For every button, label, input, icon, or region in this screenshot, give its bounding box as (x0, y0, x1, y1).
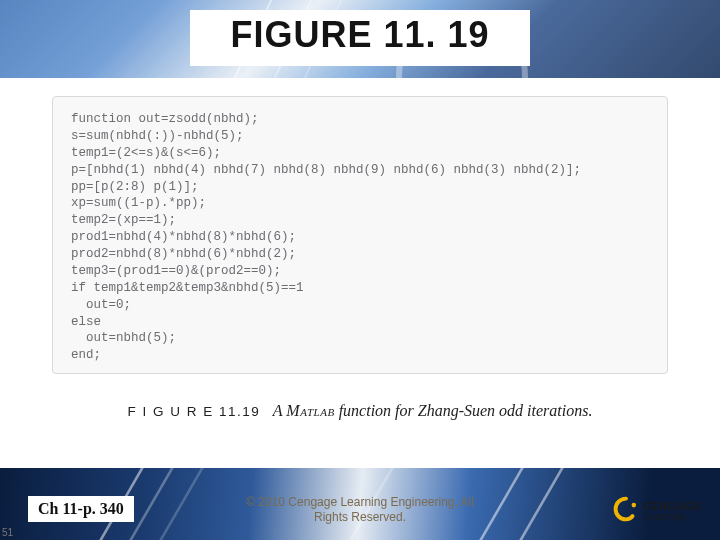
caption-text: A Matlab function for Zhang-Suen odd ite… (273, 402, 593, 419)
cengage-logo-text: CENGAGE Learning (643, 501, 702, 522)
figure-caption: F I G U R E 11.19 A Matlab function for … (0, 402, 720, 420)
code-listing: function out=zsodd(nbhd); s=sum(nbhd(:))… (71, 111, 649, 364)
caption-label: F I G U R E 11.19 (128, 404, 261, 419)
cengage-logo: CENGAGE Learning (613, 496, 702, 526)
svg-point-0 (631, 503, 636, 508)
title-area: FIGURE 11. 19 (0, 10, 720, 66)
cengage-logo-icon (613, 496, 639, 526)
slide-number: 51 (2, 527, 13, 538)
slide-title: FIGURE 11. 19 (190, 10, 529, 66)
code-listing-box: function out=zsodd(nbhd); s=sum(nbhd(:))… (52, 96, 668, 374)
